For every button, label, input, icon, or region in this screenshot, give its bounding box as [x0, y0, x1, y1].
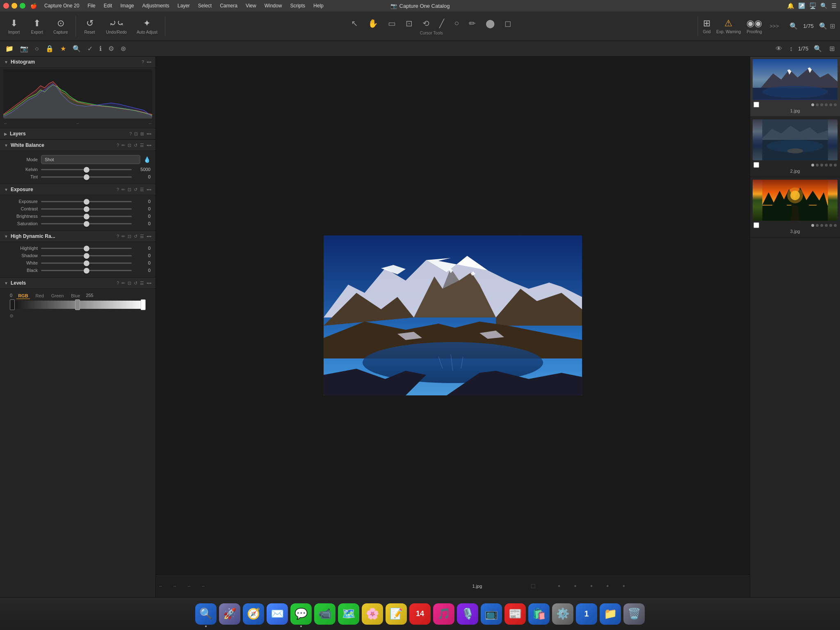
hdr-highlight-slider-wrap[interactable] — [41, 248, 132, 249]
hdr-edit[interactable]: ✏ — [121, 234, 125, 239]
eye-icon[interactable]: 👁 — [774, 44, 784, 54]
exp-contrast-slider[interactable] — [41, 208, 132, 210]
levels-tab-red[interactable]: Red — [34, 293, 46, 299]
menu-grid-icon[interactable]: ☰ — [831, 2, 837, 9]
thumb-dot-3f[interactable] — [834, 224, 837, 227]
exp-saturation-thumb[interactable] — [84, 221, 89, 227]
layers-header[interactable]: ▶ Layers ? ⊡ ⊞ ••• — [0, 128, 155, 139]
dock-tv[interactable]: 📺 — [481, 603, 502, 625]
dock-safari[interactable]: 🧭 — [243, 603, 264, 625]
filmstrip-dot-5[interactable]: • — [623, 582, 625, 590]
grid-button[interactable]: ⊞ Grid — [703, 18, 711, 34]
circle-icon[interactable]: ○ — [33, 44, 41, 54]
menu-adjustments[interactable]: Adjustments — [139, 2, 173, 9]
hdr-list[interactable]: ☰ — [140, 234, 144, 239]
exp-reset[interactable]: ↺ — [134, 187, 137, 192]
exp-list[interactable]: ☰ — [140, 187, 144, 192]
hdr-highlight-slider[interactable] — [41, 248, 132, 249]
wb-help[interactable]: ? — [116, 143, 119, 148]
dock-podcasts[interactable]: 🎙️ — [457, 603, 478, 625]
dock-news[interactable]: 📰 — [504, 603, 526, 625]
menu-file[interactable]: File — [84, 2, 98, 9]
search-left-icon[interactable]: 🔍 — [71, 43, 83, 54]
thumb-checkbox-1[interactable] — [753, 102, 759, 107]
hdr-white-thumb[interactable] — [84, 260, 89, 266]
exp-brightness-thumb[interactable] — [84, 214, 89, 219]
pan-tool[interactable]: ✋ — [366, 17, 380, 30]
menu-scripts[interactable]: Scripts — [287, 2, 308, 9]
dock-finder[interactable]: 🔍 — [195, 603, 217, 625]
rotate-tool[interactable]: ⊡ — [404, 17, 414, 30]
thumb-dot-3d[interactable] — [825, 224, 828, 227]
search-catalog-icon[interactable]: 🔍 — [819, 22, 827, 30]
thumbnail-3[interactable]: 3.jpg — [750, 177, 840, 237]
reset-button[interactable]: ↺ Reset — [81, 16, 99, 36]
info-icon[interactable]: ℹ — [97, 43, 104, 54]
hdr-shadow-thumb[interactable] — [84, 253, 89, 259]
exp-contrast-slider-wrap[interactable] — [41, 208, 132, 210]
levels-reset[interactable]: ↺ — [134, 281, 137, 286]
levels-handle-left[interactable] — [10, 299, 15, 310]
exp-exposure-thumb[interactable] — [84, 199, 89, 205]
thumb-dot-1e[interactable] — [829, 103, 832, 106]
levels-edit[interactable]: ✏ — [121, 281, 125, 286]
exp-exposure-slider[interactable] — [41, 201, 132, 202]
thumb-dot-3b[interactable] — [816, 224, 819, 227]
levels-tab-rgb[interactable]: RGB — [16, 293, 30, 299]
levels-handle-mid[interactable] — [75, 299, 80, 310]
wb-eyedropper[interactable]: 💧 — [144, 156, 151, 163]
filmstrip-dot-2[interactable]: • — [574, 582, 577, 590]
thumb-dot-2f[interactable] — [834, 164, 837, 167]
dock-calendar[interactable]: 14 — [409, 603, 431, 625]
apple-menu[interactable]: 🍎 — [30, 3, 37, 9]
thumb-dot-1c[interactable] — [820, 103, 823, 106]
wb-mode-select[interactable]: Shot Auto Daylight Tungsten — [41, 155, 140, 164]
erase-tool[interactable]: ◻ — [503, 17, 513, 30]
wb-edit[interactable]: ✏ — [121, 143, 125, 148]
exp-edit[interactable]: ✏ — [121, 187, 125, 192]
menu-layer[interactable]: Layer — [174, 2, 193, 9]
dock-launchpad[interactable]: 🚀 — [219, 603, 240, 625]
wb-tint-slider[interactable] — [41, 176, 132, 178]
search-viewer-icon[interactable]: 🔍 — [790, 22, 798, 30]
hdr-shadow-slider-wrap[interactable] — [41, 255, 132, 256]
menu-select[interactable]: Select — [195, 2, 215, 9]
crop-tool[interactable]: ▭ — [386, 17, 397, 30]
display-icon[interactable]: 🖥️ — [809, 2, 816, 9]
transform-tool[interactable]: ⟲ — [421, 17, 431, 30]
badge-icon[interactable]: ⊛ — [119, 43, 128, 54]
exp-saturation-slider[interactable] — [41, 223, 132, 224]
white-balance-header[interactable]: ▼ White Balance ? ✏ ⊡ ↺ ☰ ••• — [0, 140, 155, 151]
star-icon[interactable]: ★ — [58, 43, 68, 54]
wb-menu[interactable]: ••• — [146, 143, 151, 148]
close-button[interactable] — [3, 3, 9, 9]
levels-header[interactable]: ▼ Levels ? ✏ ⊡ ↺ ☰ ••• — [0, 278, 155, 289]
exp-exposure-slider-wrap[interactable] — [41, 201, 132, 202]
menu-camera[interactable]: Camera — [217, 2, 241, 9]
layers-help[interactable]: ? — [129, 131, 132, 137]
dock-maps[interactable]: 🗺️ — [338, 603, 359, 625]
hdr-black-slider-wrap[interactable] — [41, 270, 132, 271]
layers-copy[interactable]: ⊞ — [140, 131, 144, 137]
proofing-button[interactable]: ◉◉ Proofing — [746, 18, 762, 34]
levels-tab-green[interactable]: Green — [50, 293, 66, 299]
menu-edit[interactable]: Edit — [100, 2, 116, 9]
line-tool[interactable]: ╱ — [438, 17, 446, 30]
histogram-menu[interactable]: ••• — [146, 59, 151, 64]
dock-trash[interactable]: 🗑️ — [623, 603, 645, 625]
folder-icon[interactable]: 📁 — [3, 43, 16, 54]
pointer-icon[interactable]: ↗️ — [798, 2, 805, 9]
thumb-dot-1d[interactable] — [825, 103, 828, 106]
hdr-menu[interactable]: ••• — [146, 234, 151, 239]
layers-expand[interactable]: ⊡ — [134, 131, 138, 137]
menu-view[interactable]: View — [242, 2, 260, 9]
hdr-highlight-thumb[interactable] — [84, 246, 89, 251]
dock-photos[interactable]: 🌸 — [362, 603, 383, 625]
settings-icon[interactable]: ⚙ — [106, 43, 116, 54]
thumb-dot-1a[interactable] — [811, 103, 814, 106]
capture-button[interactable]: ⊙ Capture — [51, 16, 71, 36]
filmstrip-dot-4[interactable]: • — [607, 582, 609, 590]
thumb-dot-2c[interactable] — [820, 164, 823, 167]
thumb-checkbox-3[interactable] — [753, 222, 759, 228]
menu-window[interactable]: Window — [261, 2, 285, 9]
